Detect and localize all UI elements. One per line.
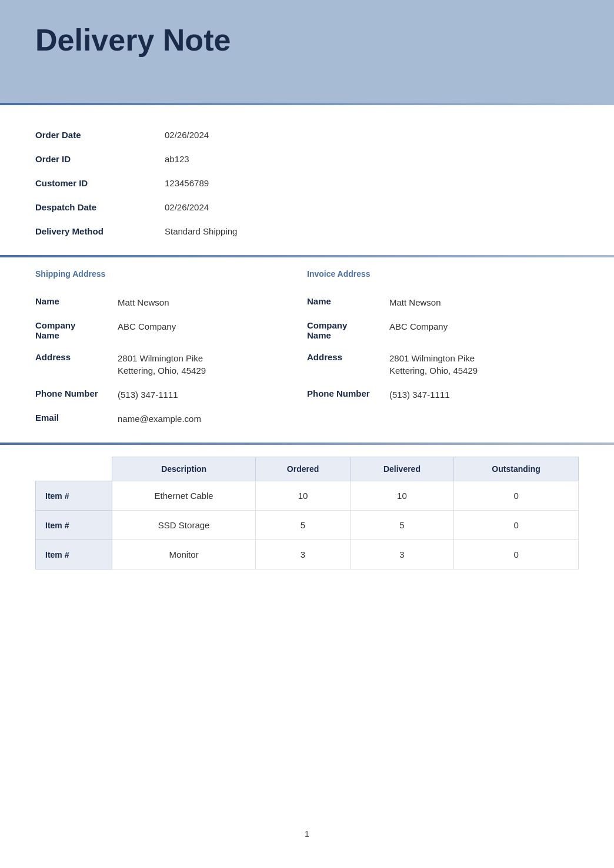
item-number-cell: Item # <box>36 540 112 569</box>
address-section: Shipping Address Invoice Address Name Ma… <box>0 257 614 443</box>
shipping-address-header: Shipping Address <box>35 269 307 279</box>
table-cell: 3 <box>256 540 351 569</box>
table-row: Item #SSD Storage550 <box>36 511 579 540</box>
order-info-value: 02/26/2024 <box>165 202 209 212</box>
table-cell: 5 <box>350 511 453 540</box>
item-number-cell: Item # <box>36 511 112 540</box>
order-info-row: Customer ID 123456789 <box>35 171 579 195</box>
table-cell: Monitor <box>112 540 256 569</box>
address-label: Name <box>35 296 118 306</box>
shipping-address-row: Email name@example.com <box>35 407 307 431</box>
address-value: name@example.com <box>118 413 201 425</box>
items-table: DescriptionOrderedDeliveredOutstanding I… <box>35 457 579 569</box>
table-column-header: Description <box>112 457 256 481</box>
table-cell: Ethernet Cable <box>112 481 256 511</box>
shipping-address-row: Address 2801 Wilmington PikeKettering, O… <box>35 346 307 383</box>
items-section: DescriptionOrderedDeliveredOutstanding I… <box>0 445 614 593</box>
page: Delivery Note Order Date 02/26/2024 Orde… <box>0 0 614 868</box>
shipping-address-row: CompanyName ABC Company <box>35 314 307 346</box>
address-columns: Name Matt Newson CompanyName ABC Company… <box>35 290 579 431</box>
header-section: Delivery Note <box>0 0 614 103</box>
table-cell: 10 <box>350 481 453 511</box>
address-label: Phone Number <box>35 388 118 398</box>
order-info-section: Order Date 02/26/2024 Order ID ab123 Cus… <box>0 105 614 255</box>
address-label: CompanyName <box>307 320 389 340</box>
table-column-header: Ordered <box>256 457 351 481</box>
invoice-address-row: Address 2801 Wilmington PikeKettering, O… <box>307 346 579 383</box>
address-value: Matt Newson <box>389 296 441 309</box>
items-table-body: Item #Ethernet Cable10100Item #SSD Stora… <box>36 481 579 569</box>
order-info-row: Order ID ab123 <box>35 147 579 171</box>
address-value: (513) 347-1111 <box>118 388 178 401</box>
invoice-address-col: Name Matt Newson CompanyName ABC Company… <box>307 290 579 431</box>
invoice-address-header: Invoice Address <box>307 269 579 279</box>
table-cell: 10 <box>256 481 351 511</box>
table-row: Item #Monitor330 <box>36 540 579 569</box>
address-value: 2801 Wilmington PikeKettering, Ohio, 454… <box>118 352 206 377</box>
table-column-header <box>36 457 112 481</box>
shipping-address-col: Name Matt Newson CompanyName ABC Company… <box>35 290 307 431</box>
table-column-header: Outstanding <box>454 457 579 481</box>
table-row: Item #Ethernet Cable10100 <box>36 481 579 511</box>
shipping-address-row: Phone Number (513) 347-1111 <box>35 383 307 407</box>
address-label: Address <box>307 352 389 362</box>
address-value: ABC Company <box>389 320 448 333</box>
shipping-address-row: Name Matt Newson <box>35 290 307 314</box>
order-info-value: ab123 <box>165 154 189 164</box>
order-info-row: Delivery Method Standard Shipping <box>35 219 579 243</box>
table-column-header: Delivered <box>350 457 453 481</box>
order-info-value: 123456789 <box>165 178 209 188</box>
table-cell: 0 <box>454 511 579 540</box>
page-number: 1 <box>0 817 614 850</box>
order-info-label: Order ID <box>35 154 165 164</box>
address-value: (513) 347-1111 <box>389 388 450 401</box>
order-info-label: Order Date <box>35 130 165 140</box>
document-title: Delivery Note <box>35 24 579 57</box>
item-number-cell: Item # <box>36 481 112 511</box>
order-info-value: 02/26/2024 <box>165 130 209 140</box>
address-label: CompanyName <box>35 320 118 340</box>
table-cell: 5 <box>256 511 351 540</box>
address-value: 2801 Wilmington PikeKettering, Ohio, 454… <box>389 352 478 377</box>
address-header-row: Shipping Address Invoice Address <box>35 269 579 279</box>
address-label: Phone Number <box>307 388 389 398</box>
order-info-label: Customer ID <box>35 178 165 188</box>
order-info-label: Despatch Date <box>35 202 165 212</box>
address-value: Matt Newson <box>118 296 169 309</box>
table-cell: 3 <box>350 540 453 569</box>
table-cell: 0 <box>454 540 579 569</box>
address-label: Email <box>35 413 118 423</box>
table-cell: SSD Storage <box>112 511 256 540</box>
order-info-row: Despatch Date 02/26/2024 <box>35 195 579 219</box>
address-label: Address <box>35 352 118 362</box>
address-label: Name <box>307 296 389 306</box>
invoice-address-row: Name Matt Newson <box>307 290 579 314</box>
order-info-label: Delivery Method <box>35 226 165 236</box>
table-cell: 0 <box>454 481 579 511</box>
order-info-value: Standard Shipping <box>165 226 237 236</box>
order-info-row: Order Date 02/26/2024 <box>35 123 579 147</box>
invoice-address-row: Phone Number (513) 347-1111 <box>307 383 579 407</box>
address-value: ABC Company <box>118 320 176 333</box>
invoice-address-row: CompanyName ABC Company <box>307 314 579 346</box>
items-table-header: DescriptionOrderedDeliveredOutstanding <box>36 457 579 481</box>
